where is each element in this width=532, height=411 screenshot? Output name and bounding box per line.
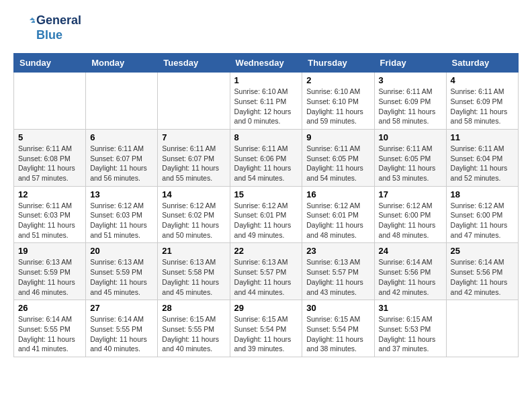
day-info: Sunrise: 6:14 AMSunset: 5:55 PMDaylight:… (90, 314, 153, 354)
header-day: Thursday (302, 54, 374, 73)
calendar-cell: 10Sunrise: 6:11 AMSunset: 6:05 PMDayligh… (374, 129, 446, 186)
calendar-cell: 23Sunrise: 6:13 AMSunset: 5:57 PMDayligh… (302, 243, 374, 300)
day-number: 9 (306, 132, 369, 142)
calendar-table: SundayMondayTuesdayWednesdayThursdayFrid… (13, 53, 519, 357)
logo-line1: General (36, 13, 81, 28)
day-number: 13 (90, 189, 153, 199)
calendar-cell: 29Sunrise: 6:15 AMSunset: 5:54 PMDayligh… (230, 300, 302, 357)
calendar-cell: 30Sunrise: 6:15 AMSunset: 5:54 PMDayligh… (302, 300, 374, 357)
day-info: Sunrise: 6:13 AMSunset: 5:57 PMDaylight:… (306, 257, 369, 297)
calendar-cell: 25Sunrise: 6:14 AMSunset: 5:56 PMDayligh… (446, 243, 518, 300)
day-info: Sunrise: 6:12 AMSunset: 6:00 PMDaylight:… (451, 201, 514, 240)
day-info: Sunrise: 6:12 AMSunset: 6:01 PMDaylight:… (234, 201, 298, 240)
day-info: Sunrise: 6:10 AMSunset: 6:10 PMDaylight:… (306, 87, 369, 126)
day-number: 15 (234, 189, 298, 199)
logo-icon (13, 17, 35, 39)
calendar-cell: 16Sunrise: 6:12 AMSunset: 6:01 PMDayligh… (302, 186, 374, 243)
day-info: Sunrise: 6:12 AMSunset: 6:02 PMDaylight:… (162, 201, 225, 240)
calendar-cell: 26Sunrise: 6:14 AMSunset: 5:55 PMDayligh… (14, 300, 86, 357)
day-number: 22 (234, 246, 298, 256)
day-number: 7 (162, 132, 225, 142)
day-number: 2 (306, 75, 369, 85)
day-number: 18 (451, 189, 514, 199)
day-number: 1 (234, 75, 298, 85)
day-number: 23 (306, 246, 369, 256)
calendar-cell: 6Sunrise: 6:11 AMSunset: 6:07 PMDaylight… (86, 129, 158, 186)
calendar-cell: 11Sunrise: 6:11 AMSunset: 6:04 PMDayligh… (446, 129, 518, 186)
day-number: 4 (451, 75, 514, 85)
calendar-cell: 20Sunrise: 6:13 AMSunset: 5:59 PMDayligh… (86, 243, 158, 300)
calendar-cell (86, 73, 158, 130)
header-day: Saturday (446, 54, 518, 73)
calendar-cell: 12Sunrise: 6:11 AMSunset: 6:03 PMDayligh… (14, 186, 86, 243)
calendar-cell: 2Sunrise: 6:10 AMSunset: 6:10 PMDaylight… (302, 73, 374, 130)
day-info: Sunrise: 6:13 AMSunset: 5:59 PMDaylight:… (90, 257, 153, 297)
calendar-week-row: 12Sunrise: 6:11 AMSunset: 6:03 PMDayligh… (14, 186, 519, 243)
day-number: 25 (451, 246, 514, 256)
calendar-cell (446, 300, 518, 357)
day-info: Sunrise: 6:11 AMSunset: 6:09 PMDaylight:… (379, 87, 442, 126)
day-info: Sunrise: 6:11 AMSunset: 6:06 PMDaylight:… (234, 144, 298, 183)
day-info: Sunrise: 6:15 AMSunset: 5:54 PMDaylight:… (306, 314, 369, 354)
header-day: Sunday (14, 54, 86, 73)
calendar-cell (158, 73, 230, 130)
calendar-cell: 1Sunrise: 6:10 AMSunset: 6:11 PMDaylight… (230, 73, 302, 130)
calendar-cell: 19Sunrise: 6:13 AMSunset: 5:59 PMDayligh… (14, 243, 86, 300)
day-number: 17 (379, 189, 442, 199)
logo: General Blue (13, 13, 81, 42)
day-number: 27 (90, 303, 153, 313)
svg-marker-1 (31, 20, 35, 23)
day-info: Sunrise: 6:12 AMSunset: 6:01 PMDaylight:… (306, 201, 369, 240)
day-number: 26 (18, 303, 81, 313)
calendar-cell: 13Sunrise: 6:12 AMSunset: 6:03 PMDayligh… (86, 186, 158, 243)
logo-line2: Blue (36, 28, 81, 43)
header-day: Monday (86, 54, 158, 73)
calendar-cell: 3Sunrise: 6:11 AMSunset: 6:09 PMDaylight… (374, 73, 446, 130)
day-number: 31 (379, 303, 442, 313)
day-info: Sunrise: 6:11 AMSunset: 6:07 PMDaylight:… (90, 144, 153, 183)
calendar-week-row: 1Sunrise: 6:10 AMSunset: 6:11 PMDaylight… (14, 73, 519, 130)
day-number: 20 (90, 246, 153, 256)
day-info: Sunrise: 6:13 AMSunset: 5:59 PMDaylight:… (18, 257, 81, 297)
svg-marker-0 (30, 17, 35, 20)
day-info: Sunrise: 6:14 AMSunset: 5:56 PMDaylight:… (379, 257, 442, 297)
calendar-cell: 15Sunrise: 6:12 AMSunset: 6:01 PMDayligh… (230, 186, 302, 243)
calendar-cell: 5Sunrise: 6:11 AMSunset: 6:08 PMDaylight… (14, 129, 86, 186)
header-day: Friday (374, 54, 446, 73)
calendar-cell: 31Sunrise: 6:15 AMSunset: 5:53 PMDayligh… (374, 300, 446, 357)
day-info: Sunrise: 6:12 AMSunset: 6:03 PMDaylight:… (90, 201, 153, 240)
day-number: 6 (90, 132, 153, 142)
day-info: Sunrise: 6:15 AMSunset: 5:55 PMDaylight:… (162, 314, 225, 354)
calendar-week-row: 5Sunrise: 6:11 AMSunset: 6:08 PMDaylight… (14, 129, 519, 186)
day-number: 30 (306, 303, 369, 313)
day-info: Sunrise: 6:13 AMSunset: 5:57 PMDaylight:… (234, 257, 298, 297)
calendar-cell: 18Sunrise: 6:12 AMSunset: 6:00 PMDayligh… (446, 186, 518, 243)
header: General Blue (13, 13, 519, 42)
day-info: Sunrise: 6:12 AMSunset: 6:00 PMDaylight:… (379, 201, 442, 240)
calendar-cell (14, 73, 86, 130)
day-number: 10 (379, 132, 442, 142)
day-info: Sunrise: 6:13 AMSunset: 5:58 PMDaylight:… (162, 257, 225, 297)
day-info: Sunrise: 6:15 AMSunset: 5:54 PMDaylight:… (234, 314, 298, 354)
day-number: 3 (379, 75, 442, 85)
calendar-header-row: SundayMondayTuesdayWednesdayThursdayFrid… (14, 54, 519, 73)
calendar-cell: 7Sunrise: 6:11 AMSunset: 6:07 PMDaylight… (158, 129, 230, 186)
calendar-cell: 27Sunrise: 6:14 AMSunset: 5:55 PMDayligh… (86, 300, 158, 357)
day-number: 16 (306, 189, 369, 199)
day-number: 5 (18, 132, 81, 142)
calendar-cell: 24Sunrise: 6:14 AMSunset: 5:56 PMDayligh… (374, 243, 446, 300)
day-info: Sunrise: 6:15 AMSunset: 5:53 PMDaylight:… (379, 314, 442, 354)
calendar-cell: 9Sunrise: 6:11 AMSunset: 6:05 PMDaylight… (302, 129, 374, 186)
day-info: Sunrise: 6:14 AMSunset: 5:56 PMDaylight:… (451, 257, 514, 297)
day-info: Sunrise: 6:11 AMSunset: 6:07 PMDaylight:… (162, 144, 225, 183)
day-number: 28 (162, 303, 225, 313)
calendar-cell: 21Sunrise: 6:13 AMSunset: 5:58 PMDayligh… (158, 243, 230, 300)
day-info: Sunrise: 6:11 AMSunset: 6:05 PMDaylight:… (379, 144, 442, 183)
calendar-cell: 4Sunrise: 6:11 AMSunset: 6:09 PMDaylight… (446, 73, 518, 130)
header-day: Wednesday (230, 54, 302, 73)
calendar-cell: 17Sunrise: 6:12 AMSunset: 6:00 PMDayligh… (374, 186, 446, 243)
day-number: 21 (162, 246, 225, 256)
day-info: Sunrise: 6:11 AMSunset: 6:05 PMDaylight:… (306, 144, 369, 183)
day-info: Sunrise: 6:11 AMSunset: 6:03 PMDaylight:… (18, 201, 81, 240)
header-day: Tuesday (158, 54, 230, 73)
